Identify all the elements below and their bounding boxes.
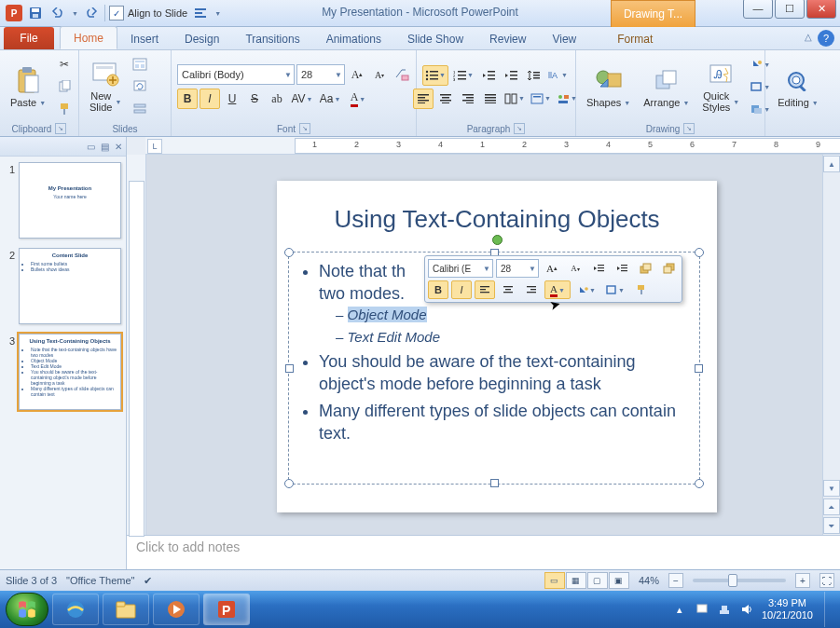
align-center-button[interactable] bbox=[435, 89, 456, 109]
tab-view[interactable]: View bbox=[539, 28, 589, 49]
tab-design[interactable]: Design bbox=[172, 28, 232, 49]
vertical-scrollbar[interactable]: ▲ ▼ ⏶ ⏷ bbox=[822, 155, 840, 535]
quick-styles-button[interactable]: Ꭿ Quick Styles▼ bbox=[697, 57, 744, 116]
italic-button[interactable]: I bbox=[200, 89, 220, 109]
slide-title[interactable]: Using Text-Containing Objects bbox=[277, 205, 717, 234]
tray-volume-icon[interactable] bbox=[739, 602, 754, 617]
slide-sorter-button[interactable]: ▦ bbox=[566, 572, 586, 589]
clear-formatting-button[interactable] bbox=[392, 64, 412, 85]
strikethrough-button[interactable]: S bbox=[244, 89, 265, 109]
undo-dropdown[interactable]: ▼ bbox=[72, 10, 78, 17]
paste-button[interactable]: Paste▼ bbox=[6, 62, 50, 111]
mini-grow-font[interactable]: A▴ bbox=[542, 259, 562, 278]
bullets-button[interactable]: ▼ bbox=[422, 65, 448, 86]
bullet-2[interactable]: You should be aware of the text-containi… bbox=[319, 350, 686, 396]
zoom-in-button[interactable]: + bbox=[795, 573, 810, 588]
char-spacing-button[interactable]: AV▼ bbox=[289, 89, 315, 109]
shadow-button[interactable]: ab bbox=[267, 89, 287, 109]
mini-bold[interactable]: B bbox=[428, 280, 448, 299]
mini-increase-indent[interactable] bbox=[612, 259, 632, 278]
align-text-button[interactable]: ▼ bbox=[529, 89, 553, 109]
tab-transitions[interactable]: Transitions bbox=[232, 28, 312, 49]
zoom-slider-thumb[interactable] bbox=[728, 574, 737, 587]
grow-font-button[interactable]: A▴ bbox=[347, 64, 367, 85]
align-to-slide-checkbox[interactable]: ✓ bbox=[109, 6, 124, 20]
mini-send-back[interactable] bbox=[658, 259, 679, 278]
outline-tab-icon[interactable]: ▭ bbox=[87, 142, 95, 152]
thumbnail-slide-3[interactable]: 3Using Text-Containing ObjectsNote that … bbox=[4, 334, 122, 410]
section-button[interactable] bbox=[130, 99, 150, 119]
tab-insert[interactable]: Insert bbox=[117, 28, 172, 49]
taskbar-media-player[interactable] bbox=[153, 594, 200, 625]
underline-button[interactable]: U bbox=[222, 89, 242, 109]
mini-align-left[interactable] bbox=[475, 280, 495, 299]
undo-button[interactable] bbox=[48, 4, 67, 22]
slides-tab-icon[interactable]: ▤ bbox=[101, 142, 109, 152]
mini-shrink-font[interactable]: A▾ bbox=[565, 259, 585, 278]
prev-slide-button[interactable]: ⏶ bbox=[823, 498, 840, 515]
font-dialog-launcher[interactable]: ↘ bbox=[299, 123, 310, 134]
font-color-button[interactable]: A▼ bbox=[345, 89, 371, 109]
mini-decrease-indent[interactable] bbox=[588, 259, 609, 278]
font-family-combo[interactable]: Calibri (Body)▼ bbox=[177, 64, 295, 85]
decrease-indent-button[interactable] bbox=[478, 65, 499, 86]
shrink-font-button[interactable]: A▾ bbox=[369, 64, 390, 85]
rotation-handle[interactable] bbox=[492, 235, 503, 245]
normal-view-button[interactable]: ▭ bbox=[544, 572, 565, 589]
tab-review[interactable]: Review bbox=[476, 28, 539, 49]
sub-bullet-1[interactable]: Object Mode bbox=[336, 306, 686, 324]
resize-handle-sw[interactable] bbox=[284, 479, 294, 488]
columns-button[interactable]: ▼ bbox=[503, 89, 527, 109]
shapes-button[interactable]: Shapes▼ bbox=[582, 62, 635, 111]
app-icon[interactable]: P bbox=[6, 5, 22, 21]
thumbnail-slide-2[interactable]: 2Content SlideFirst some bulletsBullets … bbox=[4, 248, 122, 324]
notes-pane[interactable]: Click to add notes bbox=[127, 535, 840, 569]
resize-handle-ne[interactable] bbox=[695, 248, 704, 257]
reading-view-button[interactable]: ▢ bbox=[587, 572, 608, 589]
bold-button[interactable]: B bbox=[177, 89, 198, 109]
slideshow-view-button[interactable]: ▣ bbox=[609, 572, 629, 589]
next-slide-button[interactable]: ⏷ bbox=[823, 517, 840, 534]
new-slide-button[interactable]: New Slide▼ bbox=[85, 57, 126, 116]
clipboard-dialog-launcher[interactable]: ↘ bbox=[55, 123, 66, 134]
file-tab[interactable]: File bbox=[4, 27, 54, 49]
zoom-out-button[interactable]: − bbox=[668, 573, 683, 588]
tab-slideshow[interactable]: Slide Show bbox=[394, 28, 476, 49]
tray-show-hidden[interactable]: ▴ bbox=[672, 602, 687, 617]
thumbnail-slide-1[interactable]: 1My PresentationYour name here bbox=[4, 162, 122, 239]
mini-shape-fill[interactable]: ▼ bbox=[573, 280, 599, 299]
taskbar-explorer[interactable] bbox=[103, 594, 149, 625]
bullet-3[interactable]: Many different types of slide objects ca… bbox=[319, 400, 686, 445]
maximize-button[interactable]: ☐ bbox=[775, 0, 805, 19]
taskbar-ie[interactable] bbox=[52, 594, 99, 625]
minimize-button[interactable]: — bbox=[743, 0, 773, 19]
reset-button[interactable] bbox=[130, 76, 150, 97]
thumbnail-pane-close[interactable]: ✕ bbox=[115, 142, 122, 152]
close-button[interactable]: ✕ bbox=[806, 0, 836, 19]
tab-home[interactable]: Home bbox=[60, 26, 117, 49]
qat-customize[interactable]: ▼ bbox=[214, 10, 221, 17]
drawing-dialog-launcher[interactable]: ↘ bbox=[683, 123, 695, 134]
scroll-down[interactable]: ▼ bbox=[823, 480, 840, 497]
tray-network-icon[interactable] bbox=[717, 602, 732, 617]
format-painter-button[interactable] bbox=[54, 99, 75, 119]
resize-handle-se[interactable] bbox=[695, 479, 704, 488]
taskbar-powerpoint[interactable]: P bbox=[203, 594, 250, 625]
layout-button[interactable] bbox=[130, 54, 150, 75]
paragraph-dialog-launcher[interactable]: ↘ bbox=[514, 123, 525, 134]
tab-format[interactable]: Format bbox=[604, 28, 666, 49]
scroll-up[interactable]: ▲ bbox=[823, 156, 840, 172]
sub-bullet-2[interactable]: Text Edit Mode bbox=[336, 328, 686, 347]
arrange-button[interactable]: Arrange▼ bbox=[639, 62, 694, 111]
numbering-button[interactable]: 123▼ bbox=[450, 65, 476, 86]
justify-button[interactable] bbox=[480, 89, 501, 109]
spell-check-icon[interactable]: ✔ bbox=[144, 575, 152, 587]
redo-button[interactable] bbox=[82, 4, 101, 22]
save-button[interactable] bbox=[26, 4, 45, 22]
change-case-button[interactable]: Aa▼ bbox=[317, 89, 343, 109]
help-button[interactable]: ? bbox=[818, 30, 834, 47]
text-direction-button[interactable]: llA▼ bbox=[545, 65, 570, 86]
increase-indent-button[interactable] bbox=[501, 65, 521, 86]
mini-font-size[interactable]: 28▼ bbox=[496, 259, 539, 278]
mini-shape-outline[interactable]: ▼ bbox=[602, 280, 628, 299]
